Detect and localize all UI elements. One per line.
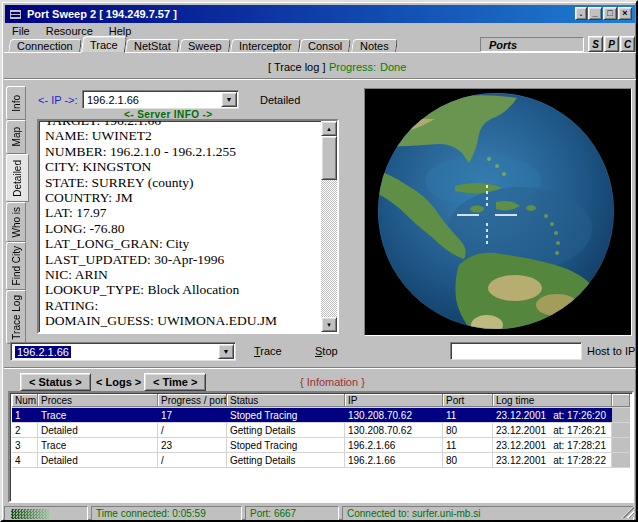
app-icon [9, 9, 22, 20]
globe-map [365, 89, 631, 335]
mode-label: Detailed [260, 94, 300, 106]
tab-interceptor[interactable]: Interceptor [230, 39, 301, 53]
ip-combobox-value: 196.2.1.66 [83, 94, 221, 106]
tab-trace[interactable]: Trace [80, 36, 126, 53]
table-row[interactable]: 2 Detailed / Getting Details 130.208.70.… [12, 423, 630, 438]
table-row[interactable]: 1 Trace 17 Stoped Tracing 130.208.70.62 … [12, 408, 630, 423]
maximize-button[interactable]: □ [603, 7, 617, 20]
ports-p-button[interactable]: P [604, 36, 619, 52]
header-filler [612, 394, 630, 407]
side-tab-detailed[interactable]: Detailed [6, 154, 29, 202]
header-divider [4, 78, 638, 80]
table-row[interactable]: 3 Trace 23 Stoped Tracing 196.2.1.66 11 … [12, 438, 630, 453]
status-bar: Time connected: 0:05:59 Port: 6667 Conne… [4, 506, 638, 522]
trace-command[interactable]: Trace [254, 345, 282, 357]
header-port[interactable]: Port [443, 394, 493, 407]
window-title: Port Sweep 2 [ 194.249.7.57 ] [27, 8, 177, 20]
server-info-textarea[interactable]: TARGET: 196.2.1.66 NAME: UWINET2 NUMBER:… [37, 119, 339, 334]
activity-dither-icon [11, 509, 49, 519]
header-logtime[interactable]: Log time [493, 394, 612, 407]
ip-combobox[interactable]: 196.2.1.66 ▼ [82, 90, 239, 109]
log-table: Num. Proces Progress / port Status IP Po… [8, 391, 634, 503]
whois-text: TARGET: 196.2.1.66 NAME: UWINET2 NUMBER:… [41, 121, 320, 332]
stop-command[interactable]: Stop [315, 345, 338, 357]
header-progress[interactable]: Progress / port [158, 394, 227, 407]
port-status: Port: 6667 [245, 506, 339, 521]
tab-notes[interactable]: Notes [351, 39, 398, 53]
progress-label: Progress: [329, 61, 376, 73]
menu-help[interactable]: Help [102, 25, 139, 37]
header-ip[interactable]: IP [345, 394, 443, 407]
side-tab-findcity[interactable]: Find City [6, 242, 26, 290]
side-tab-info[interactable]: Info [6, 86, 26, 120]
host-to-ip-label: Host to IP [587, 345, 635, 357]
port-sweep-window: Port Sweep 2 [ 194.249.7.57 ] . _ □ × Fi… [0, 0, 638, 522]
chevron-down-icon[interactable]: ▼ [221, 92, 237, 107]
table-row[interactable]: 4 Detailed / Getting Details 196.2.1.66 … [12, 453, 630, 468]
ports-c-button[interactable]: C [620, 36, 635, 52]
title-bar[interactable]: Port Sweep 2 [ 194.249.7.57 ] . _ □ × [5, 5, 635, 23]
close-button[interactable]: × [618, 7, 632, 20]
side-tab-tracelog[interactable]: Trace Log [6, 290, 26, 344]
progress-value: Done [380, 61, 406, 73]
trace-log-label: [ Trace log ] [268, 61, 325, 73]
minimize-button[interactable]: _ [588, 7, 602, 20]
tab-sweep[interactable]: Sweep [179, 39, 231, 53]
world-map-panel[interactable] [364, 88, 632, 336]
controls-divider [4, 367, 638, 369]
tab-consol[interactable]: Consol [299, 39, 351, 53]
time-connected: Time connected: 0:05:59 [91, 506, 242, 521]
time-button[interactable]: < Time > [144, 373, 206, 391]
chevron-down-icon[interactable]: ▼ [218, 344, 234, 359]
ports-label: Ports [480, 37, 584, 52]
side-tab-strip: Info Map Detailed Who is Find City Trace… [6, 86, 30, 344]
status-button[interactable]: < Status > [20, 373, 91, 391]
information-label: { Infomation } [300, 376, 365, 388]
scrollbar-thumb[interactable] [321, 136, 337, 180]
host-to-ip-input[interactable] [450, 342, 582, 360]
connected-to: Connected to: surfer.uni-mb.si [342, 506, 634, 521]
side-tab-whois[interactable]: Who is [6, 202, 26, 242]
trace-ip-value: 196.2.1.66 [11, 346, 218, 358]
header-proces[interactable]: Proces [38, 394, 158, 407]
activity-indicator [4, 506, 88, 521]
side-tab-map[interactable]: Map [6, 120, 26, 154]
scroll-down-icon[interactable]: ▼ [321, 317, 337, 332]
menu-resource[interactable]: Resource [39, 25, 100, 37]
tray-button[interactable]: . [575, 7, 587, 20]
tab-netstat[interactable]: NetStat [125, 39, 180, 53]
table-header-row: Num. Proces Progress / port Status IP Po… [12, 394, 630, 408]
scroll-up-icon[interactable]: ▲ [321, 121, 337, 136]
vertical-scrollbar[interactable]: ▲ ▼ [321, 121, 337, 332]
header-num[interactable]: Num. [12, 394, 38, 407]
tab-connection[interactable]: Connection [8, 39, 82, 53]
ip-label: <- IP ->: [38, 94, 78, 106]
whois-line-clipped: TARGET: 196.2.1.66 [45, 121, 320, 128]
logs-button[interactable]: < Logs > [88, 373, 149, 391]
menu-file[interactable]: File [5, 25, 37, 37]
ports-s-button[interactable]: S [588, 36, 603, 52]
trace-ip-combobox[interactable]: 196.2.1.66 ▼ [10, 342, 236, 361]
header-status[interactable]: Status [227, 394, 345, 407]
